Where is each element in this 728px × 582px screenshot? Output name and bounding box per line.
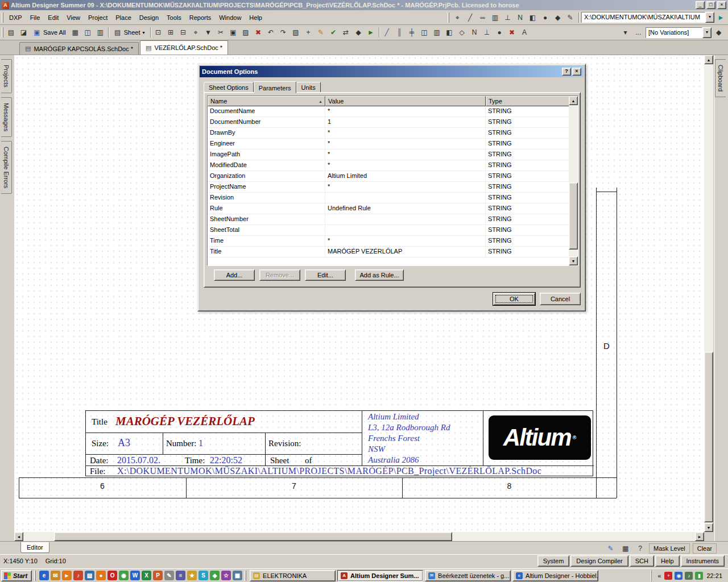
variant-icon[interactable]: ▾ xyxy=(619,27,631,38)
parameter-row[interactable]: Time * STRING xyxy=(208,236,578,247)
panel-button-design-compiler[interactable]: Design Compiler xyxy=(570,555,628,567)
opera-quicklaunch-icon[interactable]: O xyxy=(107,571,117,580)
sidebar-tab-compile-errors[interactable]: Compile Errors xyxy=(1,141,12,194)
panel-button-sch[interactable]: SCH xyxy=(630,555,654,567)
dialog-close-button[interactable]: × xyxy=(572,68,581,76)
menu-item[interactable]: Place xyxy=(111,12,135,23)
junction-icon[interactable]: ● xyxy=(539,12,551,23)
menu-item[interactable]: Edit xyxy=(44,12,63,23)
sidebar-tab-messages[interactable]: Messages xyxy=(1,97,12,137)
menu-item[interactable]: Project xyxy=(84,12,111,23)
task-browser[interactable]: e Altium Designer - Hobbiel... xyxy=(512,570,598,581)
net-label-icon[interactable]: N xyxy=(514,12,526,23)
music-quicklaunch-icon[interactable]: ♪ xyxy=(73,571,83,580)
add-button[interactable]: Add... xyxy=(214,269,255,281)
variant-settings-icon[interactable]: ◆ xyxy=(713,27,725,38)
print-icon[interactable]: ▦ xyxy=(69,27,81,38)
scrollbar-thumb[interactable] xyxy=(54,532,452,541)
dialog-titlebar[interactable]: Document Options ? × xyxy=(200,66,584,77)
navigate-icon[interactable]: ⇄ xyxy=(340,27,352,38)
paint-quicklaunch-icon[interactable]: ★ xyxy=(187,571,197,580)
desktop-quicklaunch-icon[interactable]: ▦ xyxy=(233,571,242,580)
place-bus-icon[interactable]: ║ xyxy=(394,27,406,38)
select-area-icon[interactable]: ▧ xyxy=(290,27,302,38)
place-sheet-symbol-icon[interactable]: ▥ xyxy=(431,27,443,38)
skype-quicklaunch-icon[interactable]: S xyxy=(198,571,208,580)
move-selection-icon[interactable]: + xyxy=(303,27,315,38)
panel-button-help[interactable]: Help xyxy=(655,555,680,567)
ok-button[interactable]: OK xyxy=(493,293,535,305)
clear-button[interactable]: Clear xyxy=(693,543,717,554)
add-as-rule-button[interactable]: Add as Rule... xyxy=(355,269,404,281)
remove-button[interactable]: Remove... xyxy=(259,269,300,281)
toolbar-grip[interactable] xyxy=(448,13,449,23)
variations-combo[interactable]: [No Variations] ▾ xyxy=(646,27,712,38)
run-script-icon[interactable]: ► xyxy=(365,27,377,38)
panel-button-system[interactable]: System xyxy=(537,555,570,567)
mail-quicklaunch-icon[interactable]: ✉ xyxy=(51,571,60,580)
calculator-quicklaunch-icon[interactable]: ≡ xyxy=(176,571,185,580)
maximize-button[interactable]: □ xyxy=(706,1,715,9)
variations-dropdown-icon[interactable]: ▾ xyxy=(702,27,712,38)
tab-vezerlolap[interactable]: ▤ VEZÉRLŐLAP.SchDoc * xyxy=(140,40,228,55)
place-no-erc-icon[interactable]: ✖ xyxy=(506,27,518,38)
parameter-row[interactable]: DrawnBy * STRING xyxy=(208,128,578,139)
powerpoint-quicklaunch-icon[interactable]: P xyxy=(153,571,163,580)
parameter-row[interactable]: Rule Undefined Rule STRING xyxy=(208,203,578,214)
save-all-button[interactable]: ▣ Save All xyxy=(30,27,69,38)
parameter-row[interactable]: SheetNumber STRING xyxy=(208,214,578,225)
menu-item[interactable]: Help xyxy=(245,12,266,23)
parameter-row[interactable]: ProjectName * STRING xyxy=(208,182,578,193)
menu-item[interactable]: File xyxy=(26,12,44,23)
chrome-quicklaunch-icon[interactable]: ◉ xyxy=(119,571,129,580)
horizontal-scrollbar[interactable]: ◄ ► xyxy=(14,532,704,541)
excel-quicklaunch-icon[interactable]: X xyxy=(142,571,151,580)
tray-expand-icon[interactable]: « xyxy=(657,572,661,579)
annotate-icon[interactable]: ✎ xyxy=(564,12,576,23)
toolbar-overflow-button[interactable]: ... xyxy=(632,27,644,38)
parameter-row[interactable]: Engineer * STRING xyxy=(208,139,578,149)
paste-icon[interactable]: ▨ xyxy=(240,27,252,38)
parameter-row[interactable]: Organization Altium Limited STRING xyxy=(208,171,578,182)
bus-icon[interactable]: ═ xyxy=(477,12,489,23)
menu-item[interactable]: View xyxy=(63,12,84,23)
zoom-fit-icon[interactable]: ⊡ xyxy=(152,27,164,38)
power-port-icon[interactable]: ⊥ xyxy=(502,12,514,23)
scroll-up-icon[interactable]: ▲ xyxy=(704,55,713,64)
scroll-down-icon[interactable]: ▼ xyxy=(704,523,713,532)
parameter-row[interactable]: DocumentName * STRING xyxy=(208,106,578,117)
notes-icon[interactable]: ✎ xyxy=(605,543,617,554)
port-icon[interactable]: ◧ xyxy=(527,12,539,23)
notepad-quicklaunch-icon[interactable]: ✎ xyxy=(164,571,174,580)
start-button[interactable]: Start xyxy=(1,570,32,581)
cross-probe-icon[interactable]: ⌖ xyxy=(190,27,202,38)
zoom-selected-icon[interactable]: ⊟ xyxy=(177,27,189,38)
update-tray-icon[interactable]: ◉ xyxy=(675,572,682,580)
place-part-icon[interactable]: ◫ xyxy=(419,27,431,38)
compile-icon[interactable]: ✔ xyxy=(328,27,340,38)
tab-sheet-options[interactable]: Sheet Options xyxy=(204,82,254,93)
tab-parameters[interactable]: Parameters xyxy=(254,81,296,93)
parameter-row[interactable]: SheetTotal STRING xyxy=(208,225,578,236)
open-icon[interactable]: ◪ xyxy=(18,27,30,38)
scroll-right-icon[interactable]: ► xyxy=(695,532,704,541)
question-icon[interactable]: ? xyxy=(634,543,646,554)
antivirus-tray-icon[interactable]: + xyxy=(664,572,672,580)
scroll-down-icon[interactable]: ▼ xyxy=(569,256,578,265)
parameter-row[interactable]: Title MARÓGÉP VEZÉRLŐLAP STRING xyxy=(208,247,578,257)
vertical-scrollbar[interactable]: ▲ ▼ xyxy=(704,55,713,532)
panel-button-instruments[interactable]: Instruments xyxy=(681,555,725,567)
address-combo[interactable]: X:\DOKUMENTUMOK\MŰSZAKI\ALTIUM ▾ xyxy=(581,12,714,23)
address-dropdown-icon[interactable]: ▾ xyxy=(705,12,714,23)
menu-item[interactable]: Design xyxy=(135,12,163,23)
menu-item[interactable]: Window xyxy=(215,12,245,23)
variations-value[interactable]: [No Variations] xyxy=(646,27,702,38)
menu-item[interactable]: Tools xyxy=(163,12,185,23)
print-preview-icon[interactable]: ◫ xyxy=(82,27,94,38)
cut-icon[interactable]: ✂ xyxy=(215,27,227,38)
browse-library-icon[interactable]: ◆ xyxy=(353,27,365,38)
device-view-icon[interactable]: ▥ xyxy=(94,27,106,38)
column-header-type[interactable]: Type xyxy=(486,96,578,106)
sheet-dropdown[interactable]: ▤ Sheet ▾ xyxy=(110,27,148,38)
address-value[interactable]: X:\DOKUMENTUMOK\MŰSZAKI\ALTIUM xyxy=(581,12,705,23)
